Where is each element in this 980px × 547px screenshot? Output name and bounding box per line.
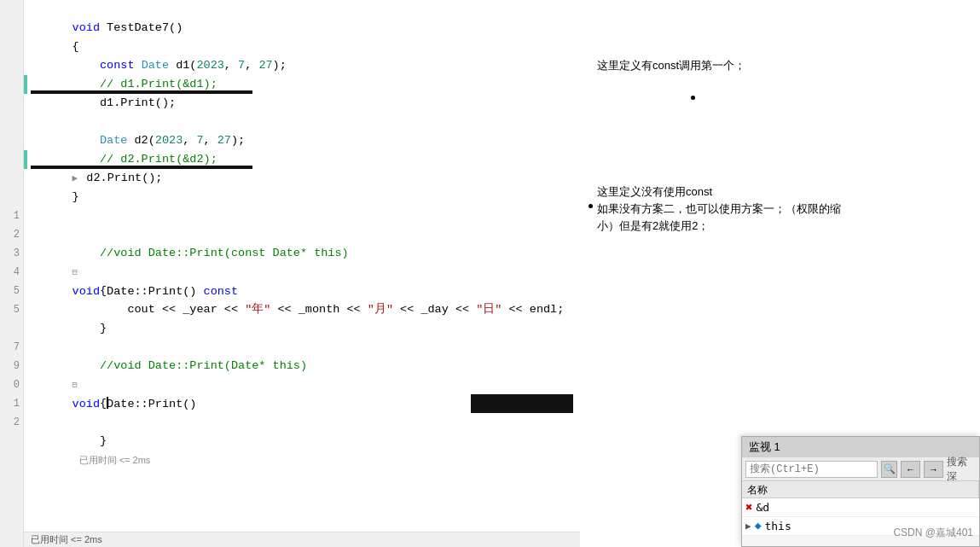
editor-status-bar: 已用时间 <= 2ms bbox=[24, 532, 580, 547]
code-line: { bbox=[31, 19, 573, 38]
code-line: Date d2(2023, 7, 27); bbox=[31, 113, 573, 131]
code-line bbox=[31, 207, 573, 225]
line-num: 5 bbox=[0, 282, 23, 300]
line-num bbox=[0, 150, 23, 169]
code-line: } bbox=[31, 300, 573, 319]
code-line bbox=[31, 94, 573, 113]
line-num bbox=[0, 169, 23, 188]
status-label: 已用时间 <= 2ms bbox=[31, 533, 102, 546]
watch-col-name: 名称 bbox=[742, 481, 979, 498]
watch-search-deep-label: 搜索深 bbox=[947, 455, 976, 484]
watch-search-bar: 🔍 ← → 搜索深 bbox=[742, 457, 979, 481]
annotation-2: 这里定义没有使用const 如果没有方案二，也可以使用方案一；（权限的缩 小）但… bbox=[597, 183, 841, 235]
line-num: 2 bbox=[0, 413, 23, 432]
annotation-2-line2: 如果没有方案二，也可以使用方案一；（权限的缩 bbox=[597, 201, 841, 218]
code-line: { bbox=[31, 263, 573, 282]
annotation-2-line1: 这里定义没有使用const bbox=[597, 183, 841, 201]
line-num: 1 bbox=[0, 207, 23, 225]
code-line: ⊟ void Date::Print() const bbox=[31, 244, 573, 263]
code-line: ▶ d2.Print(); bbox=[31, 150, 573, 169]
code-line: d1.Print(); bbox=[31, 75, 573, 94]
code-line: //void Date::Print(Date* this) bbox=[31, 338, 573, 357]
dot-decoration-2 bbox=[589, 204, 593, 208]
watch-columns: 名称 bbox=[742, 481, 979, 498]
code-line: } 已用时间 <= 2ms bbox=[31, 413, 573, 432]
line-num: 4 bbox=[0, 263, 23, 282]
code-line: { bbox=[31, 375, 573, 394]
code-line: //void Date::Print(const Date* this) bbox=[31, 225, 573, 244]
watch-nav-back[interactable]: ← bbox=[901, 461, 920, 478]
watch-item-name-1: &d bbox=[756, 498, 769, 517]
watch-item-name-2: this bbox=[764, 517, 791, 536]
code-line: // d1.Print(&d1); bbox=[31, 56, 573, 75]
code-line: } bbox=[31, 169, 573, 188]
code-content[interactable]: void TestDate7() { const Date d1(2023, 7… bbox=[24, 0, 580, 547]
line-num bbox=[0, 56, 23, 75]
watch-title: 监视 1 bbox=[749, 437, 780, 457]
watch-search-button[interactable]: 🔍 bbox=[881, 461, 897, 478]
item-icon: ◆ bbox=[755, 517, 762, 536]
line-num bbox=[0, 94, 23, 113]
line-num bbox=[0, 131, 23, 150]
code-line: // d2.Print(&d2); bbox=[31, 131, 573, 150]
line-num: 7 bbox=[0, 338, 23, 357]
watch-row-1[interactable]: ✖ &d bbox=[742, 498, 979, 517]
line-num: 5 bbox=[0, 300, 23, 319]
line-num: 1 bbox=[0, 394, 23, 413]
code-line: void TestDate7() bbox=[31, 0, 573, 19]
error-icon: ✖ bbox=[745, 498, 752, 517]
line-num bbox=[0, 319, 23, 338]
line-num: 2 bbox=[0, 225, 23, 244]
line-num: 9 bbox=[0, 357, 23, 375]
watch-title-bar: 监视 1 bbox=[742, 437, 979, 457]
status-text: 已用时间 <= 2ms bbox=[79, 455, 151, 465]
line-num bbox=[0, 38, 23, 56]
line-num bbox=[0, 188, 23, 207]
line-num bbox=[0, 75, 23, 94]
expand-icon[interactable]: ▶ bbox=[745, 517, 751, 536]
code-line: const Date d1(2023, 7, 27); bbox=[31, 38, 573, 56]
line-num bbox=[0, 113, 23, 131]
annotation-1: 这里定义有const调用第一个； bbox=[597, 58, 745, 73]
code-line: ⊟ void Date::Print() bbox=[31, 357, 573, 375]
line-num: 3 bbox=[0, 244, 23, 263]
watch-nav-forward[interactable]: → bbox=[924, 461, 943, 478]
line-num bbox=[0, 19, 23, 38]
dot-decoration bbox=[691, 96, 695, 100]
watch-search-input[interactable] bbox=[745, 461, 878, 478]
watermark: CSDN @嘉城401 bbox=[893, 526, 973, 540]
code-editor: 1 2 3 4 5 5 7 9 0 1 2 void TestDate7() {… bbox=[0, 0, 580, 547]
code-line: cout << _year << "年" << _month << "月" <<… bbox=[31, 394, 573, 413]
line-num: 0 bbox=[0, 375, 23, 394]
code-line bbox=[31, 188, 573, 207]
line-num bbox=[0, 0, 23, 19]
line-numbers: 1 2 3 4 5 5 7 9 0 1 2 bbox=[0, 0, 24, 547]
code-line: cout << _year << "年" << _month << "月" <<… bbox=[31, 282, 573, 300]
annotation-2-line3: 小）但是有2就使用2； bbox=[597, 218, 841, 235]
code-line bbox=[31, 319, 573, 338]
